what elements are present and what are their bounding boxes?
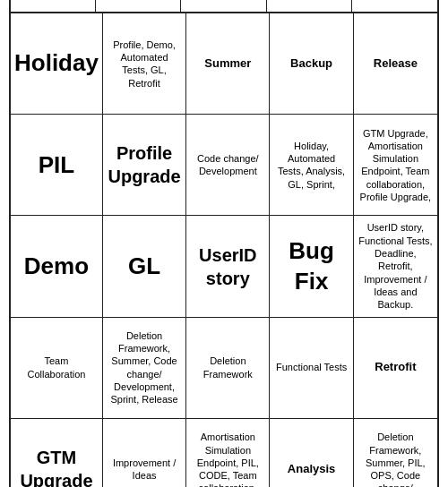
bingo-cell-20: GTM Upgrade (11, 419, 103, 487)
bingo-cell-19: Retrofit (354, 318, 437, 419)
bingo-cell-5: PIL (11, 115, 103, 216)
bingo-cell-3: Backup (270, 13, 353, 115)
header-letter-n: N (181, 0, 266, 12)
bingo-cell-12: UserID story (186, 216, 270, 317)
bingo-cell-16: Deletion Framework, Summer, Code change/… (103, 318, 186, 419)
bingo-cell-9: GTM Upgrade, Amortisation Simulation End… (354, 115, 437, 216)
header-letter-i: I (96, 0, 181, 12)
bingo-cell-18: Functional Tests (270, 318, 353, 419)
bingo-cell-21: Improvement / Ideas (103, 419, 186, 487)
bingo-cell-24: Deletion Framework, Summer, PIL, OPS, Co… (354, 419, 437, 487)
bingo-cell-13: Bug Fix (270, 216, 353, 317)
bingo-cell-17: Deletion Framework (186, 318, 270, 419)
bingo-cell-1: Profile, Demo, Automated Tests, GL, Retr… (103, 13, 186, 115)
bingo-cell-2: Summer (186, 13, 270, 115)
header-letter-g: G (267, 0, 352, 12)
bingo-cell-11: GL (103, 216, 186, 317)
bingo-cell-14: UserID story, Functional Tests, Deadline… (354, 216, 437, 317)
bingo-cell-7: Code change/ Development (186, 115, 270, 216)
bingo-cell-4: Release (354, 13, 437, 115)
bingo-cell-22: Amortisation Simulation Endpoint, PIL, C… (186, 419, 270, 487)
bingo-cell-0: Holiday (11, 13, 103, 115)
header-letter-b: B (11, 0, 96, 12)
bingo-cell-23: Analysis (270, 419, 353, 487)
bingo-cell-15: Team Collaboration (11, 318, 103, 419)
bingo-cell-6: Profile Upgrade (103, 115, 186, 216)
bingo-header: BINGO (11, 0, 437, 13)
bingo-grid: HolidayProfile, Demo, Automated Tests, G… (11, 13, 437, 487)
bingo-card: BINGO HolidayProfile, Demo, Automated Te… (9, 0, 439, 487)
bingo-cell-10: Demo (11, 216, 103, 317)
header-letter-o: O (352, 0, 437, 12)
bingo-cell-8: Holiday, Automated Tests, Analysis, GL, … (270, 115, 353, 216)
